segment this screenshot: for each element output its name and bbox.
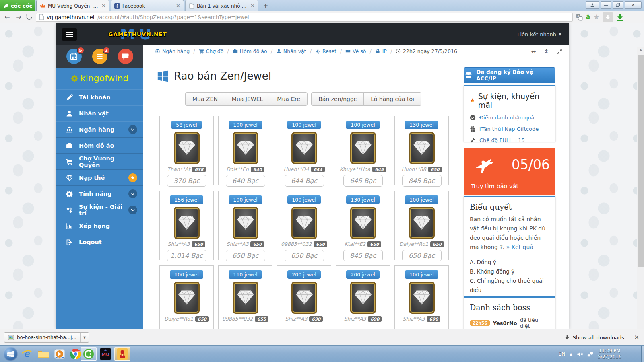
volume-icon[interactable] [577, 351, 583, 357]
jewel-image[interactable] [409, 282, 435, 314]
breadcrumb-link[interactable]: Vé số [345, 48, 366, 54]
buy-price-button[interactable]: 650 Bạc [402, 250, 442, 261]
jewel-image[interactable] [233, 282, 258, 314]
sidebar-item-t-nh-n-ng[interactable]: Tính năng [56, 186, 143, 202]
event-link[interactable]: Điểm danh nhận quà [470, 115, 549, 121]
buy-price-button[interactable]: 1,014 Bạc [167, 250, 206, 261]
buy-price-button[interactable]: 650 Bạc [285, 250, 324, 261]
breadcrumb-link[interactable]: Chợ đồ [199, 48, 224, 54]
downloads-button[interactable] [616, 13, 624, 21]
buy-price-button[interactable]: 845 Bạc [343, 250, 383, 261]
jewel-image[interactable] [174, 207, 200, 239]
resize-horizontal-button[interactable]: ↔ [527, 45, 540, 58]
shop-filter-button[interactable]: Mua JEWEL [225, 92, 270, 106]
download-item-menu-icon[interactable]: ▼ [80, 333, 89, 342]
chevron-down-icon[interactable] [128, 189, 137, 198]
username[interactable]: kingofwind [56, 68, 143, 89]
jewel-image[interactable] [291, 282, 317, 314]
sidebar-item-nh-n-v-t[interactable]: Nhân vật [56, 105, 143, 121]
breadcrumb-link[interactable]: IP [375, 48, 387, 54]
jewel-image[interactable] [174, 132, 200, 164]
jewel-image[interactable] [350, 282, 376, 314]
event-link[interactable]: [Tân thủ] Nạp Giftcode [470, 126, 549, 132]
jewel-image[interactable] [409, 207, 435, 239]
close-download-bar-icon[interactable]: ✕ [634, 334, 639, 341]
page-scrollbar[interactable]: ▲ ▼ [637, 47, 644, 352]
coccoc-logo[interactable]: cốc cốc [0, 0, 35, 11]
notification-button[interactable] [118, 49, 133, 64]
tab-close-icon[interactable]: ✕ [101, 3, 106, 9]
start-button[interactable] [3, 347, 18, 361]
translate-icon[interactable]: A [576, 14, 583, 21]
browser-tab[interactable]: Bán 1 vài xác nhỏ | Game t✕ [185, 0, 258, 11]
menu-toggle-button[interactable] [62, 28, 77, 41]
tab-close-icon[interactable]: ✕ [176, 3, 180, 9]
breadcrumb-link[interactable]: Hòm đồ ảo [233, 48, 267, 54]
site-logo[interactable]: MU GAMETHUVN.NET [81, 23, 194, 45]
chevron-down-icon[interactable] [128, 125, 137, 134]
shop-filter-button[interactable]: Mua ZEN [185, 92, 225, 106]
jewel-image[interactable] [409, 132, 435, 164]
scroll-up-icon[interactable]: ▲ [637, 47, 644, 53]
quick-links-menu[interactable]: Liên kết nhanh ▼ [517, 23, 561, 45]
breadcrumb-link[interactable]: Reset [315, 48, 336, 54]
downloaded-file-item[interactable]: bo-hoa-sinh-nhat-ba...j... ▼ [4, 332, 89, 343]
browser-tab[interactable]: Facebook✕ [111, 0, 184, 11]
taskbar-clock[interactable]: 11:09 PM 5/27/2016 [598, 348, 621, 360]
vietnamese-typing-icon[interactable]: à [586, 14, 590, 20]
close-button[interactable]: ✕ [625, 1, 642, 9]
minimize-button[interactable]: — [601, 1, 611, 9]
taskbar-game-icon[interactable] [114, 347, 130, 361]
forward-button[interactable]: → [14, 13, 23, 21]
maximize-button[interactable] [613, 1, 623, 9]
breadcrumb-link[interactable]: Nhân vật [276, 48, 306, 54]
treasure-hunt-banner[interactable]: 05/06 Truy tìm bảo vật [464, 148, 555, 195]
buy-price-button[interactable]: 650 Bạc [226, 250, 265, 261]
profile-button[interactable] [586, 1, 599, 9]
show-desktop-button[interactable] [641, 346, 644, 362]
jewel-image[interactable] [174, 282, 200, 314]
scrollbar-thumb[interactable] [638, 55, 644, 267]
show-all-downloads-link[interactable]: Show all downloads... [564, 335, 630, 341]
tray-expand-icon[interactable]: ▲ [570, 352, 572, 356]
tab-close-icon[interactable]: ✕ [250, 3, 255, 9]
sidebar-item-n-p-th-[interactable]: Nạp thẻ★ [56, 170, 143, 186]
address-bar[interactable]: vq.gamethuvn.net/account/#auth/ShopZen.a… [36, 13, 573, 22]
shop-action-button[interactable]: Lô hàng của tôi [363, 92, 421, 106]
jewel-image[interactable] [350, 132, 376, 164]
sidebar-item-x-p-h-ng[interactable]: Xếp hạng [56, 218, 143, 234]
buy-price-button[interactable]: 645 Bạc [343, 175, 383, 187]
acc-ip-protect-button[interactable]: Đã đăng ký Bảo vệ ACC/IP [464, 67, 555, 83]
taskbar-explorer-icon[interactable] [36, 347, 51, 361]
sidebar-item-ng-n-h-ng[interactable]: Ngân hàng [56, 121, 143, 138]
buy-price-button[interactable]: 845 Bạc [402, 175, 442, 187]
network-icon[interactable] [587, 351, 593, 357]
sidebar-item-t-i-kho-n[interactable]: Tài khoản [56, 89, 143, 105]
shop-filter-button[interactable]: Mua Cre [270, 92, 308, 106]
jewel-image[interactable] [233, 207, 258, 239]
resize-vertical-button[interactable]: ↕ [540, 45, 553, 58]
language-indicator[interactable]: EN [559, 351, 566, 357]
bookmark-star-icon[interactable]: ★ [593, 14, 599, 21]
taskbar-coccoc-icon[interactable] [80, 347, 97, 361]
jewel-image[interactable] [233, 132, 258, 164]
back-button[interactable]: ← [3, 13, 11, 21]
chevron-down-icon[interactable] [128, 206, 137, 214]
notification-button[interactable]: 5 [66, 49, 82, 64]
taskbar-mu-icon[interactable]: MU [99, 347, 112, 361]
buy-price-button[interactable]: 640 Bạc [226, 175, 265, 187]
shop-action-button[interactable]: Bán zen/ngọc [311, 92, 364, 106]
taskbar-ie-icon[interactable]: e [19, 347, 34, 361]
buy-price-button[interactable]: 370 Bạc [167, 175, 206, 187]
sidebar-item-s-ki-n-gi-i-tr-[interactable]: Sự kiện - Giải trí [56, 202, 143, 218]
sidebar-item-h-m-o[interactable]: Hòm đồ ảo [56, 138, 143, 154]
browser-tab[interactable]: MU Vương Quyền - Game✕ [36, 0, 109, 11]
notification-button[interactable]: 2 [92, 49, 107, 64]
taskbar-wmp-icon[interactable] [52, 347, 67, 361]
event-link[interactable]: Chế độ FULL +15 [470, 137, 549, 143]
buy-price-button[interactable]: 644 Bạc [285, 175, 324, 187]
fullscreen-button[interactable] [553, 45, 566, 58]
download-current-button[interactable] [603, 12, 613, 22]
sidebar-item-logout[interactable]: Logout [56, 234, 143, 250]
breadcrumb-link[interactable]: Ngân hàng [155, 48, 190, 54]
